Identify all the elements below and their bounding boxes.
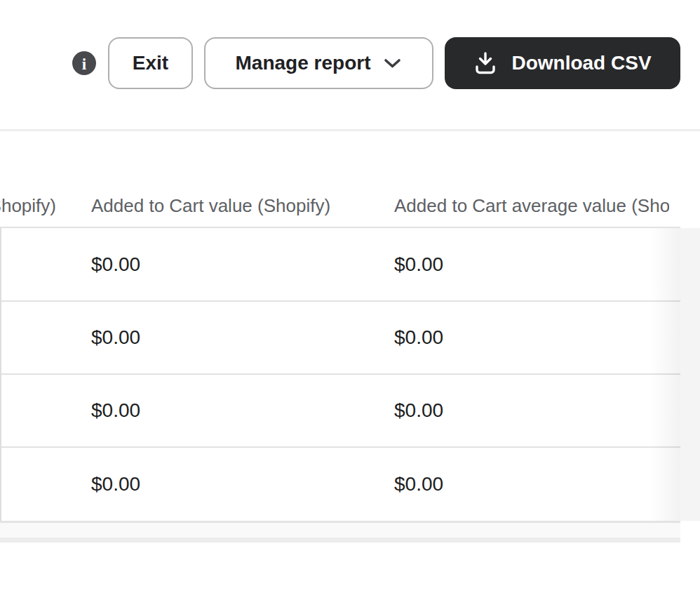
download-csv-button[interactable]: Download CSV <box>445 37 680 89</box>
left-scroll-shadow <box>0 228 1 521</box>
cell-added-to-cart-value: $0.00 <box>91 399 140 422</box>
cell-added-to-cart-value: $0.00 <box>91 326 140 349</box>
cell-added-to-cart-average-value: $0.00 <box>394 326 443 349</box>
column-header-added-to-cart-average-value[interactable]: Added to Cart average value (Shopify) <box>394 194 669 218</box>
report-page: i Exit Manage report Download CSV Added … <box>0 0 700 605</box>
table-row: $0.00 $0.00 <box>0 228 680 300</box>
column-header-added-to-cart-value-label: Added to Cart value (Shopify) <box>91 195 330 216</box>
table-row: $0.00 $0.00 <box>0 448 680 521</box>
column-header-added-to-cart-value[interactable]: Added to Cart value (Shopify) <box>91 194 372 218</box>
manage-report-button[interactable]: Manage report <box>204 37 433 89</box>
cell-added-to-cart-value: $0.00 <box>91 473 140 496</box>
column-header-added-to-cart-average-value-label: Added to Cart average value (Shopify) <box>394 195 669 216</box>
column-header-added-to-cart[interactable]: Added to Cart (Shopify) <box>0 194 56 218</box>
info-icon: i <box>82 56 86 72</box>
cell-added-to-cart-average-value: $0.00 <box>394 399 443 422</box>
right-scroll-shadow <box>649 228 680 521</box>
download-icon <box>473 51 497 76</box>
info-button[interactable]: i <box>72 51 96 75</box>
vertical-scrollbar[interactable] <box>680 228 700 521</box>
chevron-down-icon <box>383 57 402 69</box>
manage-report-label: Manage report <box>236 52 371 74</box>
cell-added-to-cart-average-value: $0.00 <box>394 473 443 496</box>
download-csv-label: Download CSV <box>511 52 651 74</box>
exit-button-label: Exit <box>133 52 168 74</box>
exit-button[interactable]: Exit <box>108 37 193 89</box>
horizontal-scrollbar[interactable] <box>0 521 680 543</box>
table-row: $0.00 $0.00 <box>0 302 680 373</box>
table-row: $0.00 $0.00 <box>0 375 680 446</box>
toolbar-divider <box>0 129 700 131</box>
cell-added-to-cart-value: $0.00 <box>91 253 140 276</box>
cell-added-to-cart-average-value: $0.00 <box>394 253 443 276</box>
column-header-added-to-cart-label: Added to Cart (Shopify) <box>0 194 56 218</box>
